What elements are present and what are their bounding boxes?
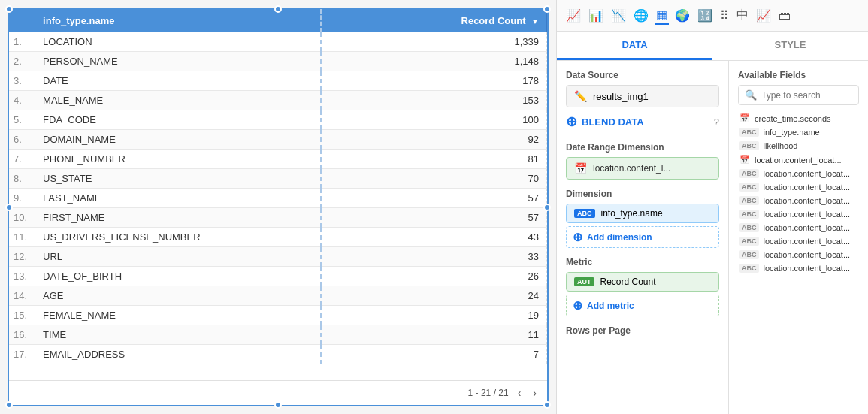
field-list-item[interactable]: 📅create_time.seconds [738,111,859,125]
field-list-item[interactable]: ABClocation.content_locat... [738,167,859,180]
row-name: TIME [35,325,321,345]
dimension-pill[interactable]: ABC info_type.name [566,204,719,223]
search-box[interactable]: 🔍 [738,85,859,105]
rows-per-page-label: Rows per Page [566,325,719,336]
row-name: LAST_NAME [35,189,321,208]
available-fields-label: Available Fields [738,70,859,80]
blend-data-button[interactable]: ⊕ BLEND DATA [566,110,644,133]
search-input[interactable] [761,90,852,101]
metric-label: Metric [566,257,719,267]
table-row: 8. US_STATE 70 [9,169,547,189]
row-count: 92 [321,130,547,150]
abc-field-icon: ABC [739,210,759,219]
field-list-item[interactable]: ABClocation.content_locat... [738,234,859,248]
prev-page-button[interactable]: ‹ [515,385,525,400]
field-name: likelihood [764,141,798,150]
scorecard-icon[interactable]: 🔢 [696,7,714,24]
field-list-item[interactable]: ABCinfo_type.name [738,125,859,139]
row-name: FDA_CODE [35,110,321,130]
data-source-value: results_img1 [593,91,649,102]
combo-icon[interactable]: 中 [735,6,750,25]
scatter-icon[interactable]: ⠿ [718,7,730,24]
row-name: AGE [35,286,321,306]
field-list-item[interactable]: ABClocation.content_locat... [738,180,859,194]
treemap-icon[interactable]: 📈 [755,7,773,24]
row-name: FEMALE_NAME [35,306,321,325]
blend-help-icon[interactable]: ? [714,116,719,128]
handle-bl[interactable] [5,401,13,409]
data-source-label: Data Source [566,70,719,80]
row-count: 57 [321,208,547,228]
field-list-item[interactable]: ABClocation.content_locat... [738,194,859,207]
table-row: 15. FEMALE_NAME 19 [9,306,547,325]
calendar-field-icon: 📅 [739,155,750,165]
row-count: 33 [321,247,547,267]
handle-left[interactable] [5,204,13,211]
table-chart-icon[interactable]: ▦ [655,6,669,25]
data-source-box[interactable]: ✏️ results_img1 [566,85,719,107]
tab-style[interactable]: STYLE [712,32,868,60]
rows-per-page-section: Rows per Page [566,325,719,336]
right-panel: 📈 📊 📉 🌐 ▦ 🌍 🔢 ⠿ 中 📈 🗃 DATA STYLE Data So… [556,0,868,414]
row-name: FIRST_NAME [35,208,321,228]
pivot-icon[interactable]: 🗃 [777,8,792,24]
row-num: 4. [9,91,35,110]
date-range-box[interactable]: 📅 location.content_l... [566,157,719,180]
row-num: 12. [9,247,35,267]
field-list-item[interactable]: ABClocation.content_locat... [738,248,859,261]
line-chart-icon[interactable]: 📈 [564,7,582,24]
geo-chart-icon[interactable]: 🌍 [673,7,691,24]
field-list-item[interactable]: ABClocation.content_locat... [738,207,859,221]
pie-chart-icon[interactable]: 🌐 [632,7,650,24]
handle-br[interactable] [543,401,551,409]
row-num: 3. [9,71,35,91]
tab-data[interactable]: DATA [557,32,712,60]
add-metric-button[interactable]: ⊕ Add metric [566,295,719,316]
field-list-item[interactable]: ABClikelihood [738,139,859,153]
metric-section: Metric AUT Record Count ⊕ Add metric [566,257,719,316]
row-count: 7 [321,345,547,364]
abc-field-icon: ABC [739,141,759,150]
abc-field-icon: ABC [739,128,759,137]
handle-bottom[interactable] [274,401,282,409]
handle-right[interactable] [543,204,551,211]
metric-pill[interactable]: AUT Record Count [566,272,719,292]
table-row: 11. US_DRIVERS_LICENSE_NUMBER 43 [9,228,547,247]
field-name: location.content_locat... [755,156,842,165]
field-name: location.content_locat... [764,196,851,205]
field-list-item[interactable]: ABClocation.content_locat... [738,261,859,275]
row-num: 9. [9,189,35,208]
dim-pill-type: ABC [574,209,595,218]
col-header-count[interactable]: Record Count ▼ [321,9,547,32]
handle-tl[interactable] [5,5,13,13]
dimension-section: Dimension ABC info_type.name ⊕ Add dimen… [566,189,719,248]
table-row: 3. DATE 178 [9,71,547,91]
abc-field-icon: ABC [739,169,759,178]
date-range-value: location.content_l... [593,163,670,174]
handle-top[interactable] [274,5,282,13]
table-row: 4. MALE_NAME 153 [9,91,547,110]
handle-tr[interactable] [543,5,551,13]
field-name: location.content_locat... [764,210,851,219]
row-name: DATE [35,71,321,91]
area-chart-icon[interactable]: 📉 [609,7,628,24]
field-name: create_time.seconds [755,114,831,123]
row-count: 100 [321,110,547,130]
bar-chart-icon[interactable]: 📊 [587,7,605,24]
table-row: 12. URL 33 [9,247,547,267]
row-num: 14. [9,286,35,306]
panel-tabs: DATA STYLE [557,32,868,61]
add-dimension-button[interactable]: ⊕ Add dimension [566,226,719,248]
field-list-item[interactable]: 📅location.content_locat... [738,153,859,167]
pencil-icon: ✏️ [574,90,587,102]
field-list-item[interactable]: ABClocation.content_locat... [738,221,859,234]
row-num: 1. [9,32,35,52]
row-count: 70 [321,169,547,189]
row-count: 153 [321,91,547,110]
pagination-label: 1 - 21 / 21 [468,388,509,398]
next-page-button[interactable]: › [530,385,540,400]
row-count: 26 [321,267,547,286]
row-name: EMAIL_ADDRESS [35,345,321,364]
add-met-icon: ⊕ [573,298,582,313]
table-panel: info_type.name Record Count ▼ 1. LOCATIO… [8,8,549,406]
